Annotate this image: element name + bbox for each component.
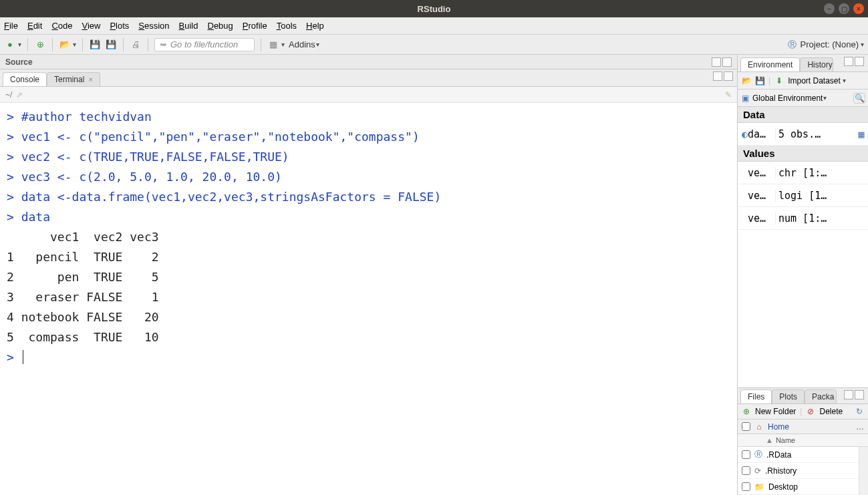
goto-arrow-icon: ➥ xyxy=(159,39,166,49)
goto-placeholder: Go to file/function xyxy=(170,39,238,49)
tab-console[interactable]: Console xyxy=(3,72,47,86)
new-project-icon[interactable]: ⊕ xyxy=(34,39,46,51)
file-name: .Rhistory xyxy=(765,466,797,476)
project-dropdown-icon: ▾ xyxy=(861,41,864,48)
file-row[interactable]: Ⓡ.RData xyxy=(738,447,868,463)
tab-history[interactable]: History xyxy=(800,57,833,71)
pane-max-icon[interactable] xyxy=(724,71,733,81)
new-dropdown-icon[interactable]: ▾ xyxy=(18,41,21,48)
env-list: Data◐da…5 obs.…▦Values ve…chr [1:… ve…lo… xyxy=(738,107,868,387)
table-icon[interactable]: ▦ xyxy=(855,128,868,140)
console-tabs: Console Terminal × xyxy=(0,69,737,87)
menu-tools[interactable]: Tools xyxy=(277,21,297,31)
pane-max-icon[interactable] xyxy=(855,57,864,66)
env-section-values: Values xyxy=(738,146,868,162)
import-icon[interactable]: ⬇ xyxy=(774,76,784,86)
pane-split-icon[interactable] xyxy=(713,71,722,81)
clear-console-icon[interactable]: ✎ xyxy=(725,90,732,100)
menu-session[interactable]: Session xyxy=(138,21,169,31)
source-title: Source xyxy=(5,57,33,67)
import-dropdown-icon[interactable]: ▾ xyxy=(843,77,846,84)
console-popout-icon[interactable]: ⇗ xyxy=(16,90,23,100)
close-button[interactable]: × xyxy=(853,3,864,14)
menu-edit[interactable]: Edit xyxy=(27,21,42,31)
minimize-button[interactable]: – xyxy=(824,3,835,14)
new-folder-icon[interactable]: ⊕ xyxy=(742,407,751,416)
r-project-icon: Ⓡ xyxy=(788,39,797,51)
tab-plots[interactable]: Plots xyxy=(772,389,805,403)
addins-menu[interactable]: Addins ▾ xyxy=(289,39,319,49)
col-name[interactable]: Name xyxy=(776,436,795,444)
save-icon[interactable]: 💾 xyxy=(89,39,101,51)
env-scope-bar: ▣ Global Environment ▾ 🔍 xyxy=(738,90,868,107)
project-selector[interactable]: Ⓡ Project: (None) ▾ xyxy=(788,39,864,51)
env-toolbar: 📂 💾 | ⬇ Import Dataset ▾ xyxy=(738,72,868,90)
tab-terminal[interactable]: Terminal × xyxy=(47,72,100,86)
scope-dropdown-icon[interactable]: ▾ xyxy=(823,94,827,102)
console-output[interactable]: > #author techvidvan > vec1 <- c("pencil… xyxy=(0,103,737,495)
pane-split-icon[interactable] xyxy=(844,390,853,399)
files-breadcrumb: ⌂ Home … xyxy=(738,420,868,434)
menu-profile[interactable]: Profile xyxy=(243,21,267,31)
import-dataset-label[interactable]: Import Dataset xyxy=(788,76,841,86)
save-env-icon[interactable]: 💾 xyxy=(755,76,764,86)
tab-files[interactable]: Files xyxy=(740,389,772,403)
maximize-button[interactable]: ▢ xyxy=(839,3,849,14)
open-icon[interactable]: 📂 xyxy=(59,39,71,51)
console-toolbar: ~/ ⇗ ✎ xyxy=(0,87,737,103)
menu-debug[interactable]: Debug xyxy=(208,21,233,31)
new-folder-label[interactable]: New Folder xyxy=(755,407,796,416)
env-section-data: Data xyxy=(738,107,868,123)
goto-file-input[interactable]: ➥ Go to file/function xyxy=(154,38,255,51)
refresh-icon[interactable]: ↻ xyxy=(855,407,864,416)
menu-plots[interactable]: Plots xyxy=(110,21,129,31)
col-sort-icon[interactable]: ▲ xyxy=(766,436,773,444)
pane-max-icon[interactable] xyxy=(855,390,864,399)
env-row[interactable]: ve…logi [1… xyxy=(738,184,868,207)
home-link[interactable]: Home xyxy=(768,422,789,432)
open-env-icon[interactable]: 📂 xyxy=(742,76,751,86)
env-tabs: Environment History xyxy=(738,55,868,72)
env-row[interactable]: ve…num [1:… xyxy=(738,207,868,230)
open-dropdown-icon[interactable]: ▾ xyxy=(73,41,76,48)
files-toolbar: ⊕ New Folder | ⊘ Delete ↻ xyxy=(738,404,868,419)
scrollbar[interactable] xyxy=(859,447,868,495)
menu-build[interactable]: Build xyxy=(179,21,198,31)
close-icon[interactable]: × xyxy=(88,75,92,84)
menu-code[interactable]: Code xyxy=(51,21,72,31)
file-row[interactable]: ⟳.Rhistory xyxy=(738,463,868,479)
menu-view[interactable]: View xyxy=(82,21,100,31)
env-scope-icon: ▣ xyxy=(740,94,750,103)
project-label: Project: (None) xyxy=(801,39,859,49)
print-icon[interactable]: 🖨 xyxy=(130,39,142,51)
search-icon[interactable]: 🔍 xyxy=(853,93,865,104)
files-list: Ⓡ.RData⟳.Rhistory📁Desktop xyxy=(738,447,868,495)
files-columns: ▲ Name xyxy=(738,434,868,447)
menu-help[interactable]: Help xyxy=(306,21,324,31)
tab-environment[interactable]: Environment xyxy=(740,57,800,71)
new-doc-icon[interactable]: ● xyxy=(4,39,16,51)
window-title: RStudio xyxy=(418,4,451,14)
file-row[interactable]: 📁Desktop xyxy=(738,479,868,495)
more-menu[interactable]: … xyxy=(856,422,864,432)
env-scope-label[interactable]: Global Environment xyxy=(752,94,823,103)
pane-split-icon[interactable] xyxy=(712,57,721,67)
pane-split-icon[interactable] xyxy=(844,57,853,66)
menu-file[interactable]: File xyxy=(4,21,18,31)
file-name: .RData xyxy=(766,450,791,460)
env-row[interactable]: ve…chr [1:… xyxy=(738,162,868,184)
home-icon[interactable]: ⌂ xyxy=(754,422,764,432)
main-toolbar: ●▾ ⊕ 📂▾ 💾 💾 🖨 ➥ Go to file/function ▦▾ A… xyxy=(0,35,868,55)
file-checkbox[interactable] xyxy=(742,466,750,475)
save-all-icon[interactable]: 💾 xyxy=(105,39,117,51)
delete-label[interactable]: Delete xyxy=(819,407,843,416)
tab-packages[interactable]: Packa xyxy=(805,389,837,403)
delete-icon[interactable]: ⊘ xyxy=(806,407,815,416)
pane-max-icon[interactable] xyxy=(722,57,732,67)
select-all-checkbox[interactable] xyxy=(742,422,750,431)
grid-icon[interactable]: ▦ xyxy=(267,39,279,51)
grid-dropdown-icon[interactable]: ▾ xyxy=(281,41,285,48)
env-row[interactable]: ◐da…5 obs.…▦ xyxy=(738,123,868,146)
file-checkbox[interactable] xyxy=(742,482,750,491)
file-checkbox[interactable] xyxy=(742,450,750,459)
